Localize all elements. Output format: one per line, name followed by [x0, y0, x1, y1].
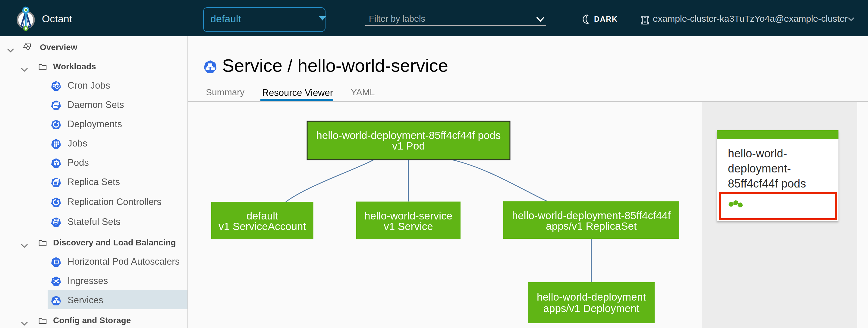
svg-text:hello-world-deployment-85ff4cf: hello-world-deployment-85ff4cf44f pods — [316, 129, 501, 141]
svg-text:apps/v1 Deployment: apps/v1 Deployment — [543, 302, 639, 314]
svg-text:apps/v1 ReplicaSet: apps/v1 ReplicaSet — [546, 220, 637, 232]
svg-text:default: default — [247, 210, 278, 221]
svg-text:v1 Service: v1 Service — [384, 220, 433, 232]
svg-text:hello-world-service: hello-world-service — [364, 210, 453, 221]
svg-text:v1 ServiceAccount: v1 ServiceAccount — [218, 220, 306, 232]
svg-text:hello-world-deployment: hello-world-deployment — [537, 291, 646, 303]
svg-text:v1 Pod: v1 Pod — [392, 140, 425, 152]
svg-text:hello-world-deployment-85ff4cf: hello-world-deployment-85ff4cf44f — [512, 210, 671, 221]
